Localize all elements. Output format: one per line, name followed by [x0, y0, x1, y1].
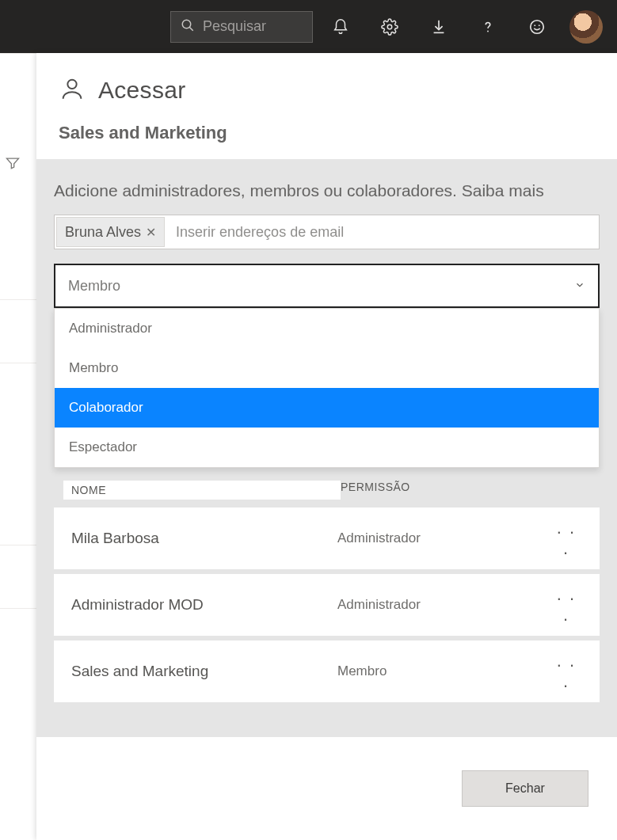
feedback-icon[interactable]	[516, 6, 558, 48]
role-option[interactable]: Membro	[55, 348, 599, 388]
member-row: Mila BarbosaAdministrador. . .	[54, 507, 600, 569]
chevron-down-icon	[574, 278, 585, 295]
svg-line-1	[189, 27, 193, 31]
chip-label: Bruna Alves	[65, 224, 141, 241]
filter-icon	[5, 155, 21, 174]
panel-footer: Fechar	[36, 737, 617, 840]
member-row: Administrador MODAdministrador. . .	[54, 574, 600, 636]
svg-point-7	[67, 80, 76, 89]
svg-point-5	[534, 25, 535, 26]
close-button[interactable]: Fechar	[462, 770, 588, 807]
search-icon	[181, 18, 195, 36]
svg-point-4	[531, 20, 544, 33]
table-header: NOME PERMISSÃO	[54, 481, 600, 500]
role-option[interactable]: Espectador	[55, 428, 599, 467]
more-icon[interactable]: . . .	[550, 518, 582, 559]
workspace-name: Sales and Marketing	[59, 123, 595, 143]
role-select-box[interactable]: Membro	[54, 264, 600, 308]
member-name: Sales and Marketing	[71, 663, 337, 680]
panel-header: Acessar Sales and Marketing	[36, 53, 617, 159]
member-permission: Membro	[337, 663, 550, 679]
svg-point-6	[539, 25, 540, 26]
person-chip: Bruna Alves ✕	[56, 217, 165, 247]
member-permission: Administrador	[337, 597, 550, 613]
member-list: Mila BarbosaAdministrador. . .Administra…	[54, 507, 600, 702]
column-name: NOME	[63, 481, 341, 500]
search-box[interactable]	[170, 11, 313, 43]
svg-point-2	[387, 25, 392, 29]
notifications-icon[interactable]	[319, 6, 362, 48]
role-select: Membro AdministradorMembroColaboradorEsp…	[54, 264, 600, 308]
access-panel: Acessar Sales and Marketing Adicione adm…	[36, 53, 617, 840]
member-row: Sales and MarketingMembro. . .	[54, 640, 600, 702]
member-name: Administrador MOD	[71, 596, 337, 614]
member-permission: Administrador	[337, 530, 550, 546]
chip-remove-icon[interactable]: ✕	[146, 225, 156, 240]
topbar	[0, 0, 617, 53]
avatar[interactable]	[569, 10, 603, 44]
settings-icon[interactable]	[368, 6, 411, 48]
column-permission: PERMISSÃO	[341, 481, 595, 500]
role-option[interactable]: Administrador	[55, 309, 599, 348]
help-icon[interactable]	[467, 6, 509, 48]
panel-body: Adicione administradores, membros ou col…	[36, 159, 617, 737]
email-input[interactable]	[166, 215, 599, 249]
download-icon[interactable]	[417, 6, 460, 48]
helper-text: Adicione administradores, membros ou col…	[54, 181, 600, 200]
role-dropdown: AdministradorMembroColaboradorEspectador	[54, 308, 600, 468]
more-icon[interactable]: . . .	[550, 584, 582, 625]
role-select-value: Membro	[68, 278, 120, 295]
svg-point-3	[487, 30, 489, 32]
left-rail	[0, 53, 36, 840]
role-option[interactable]: Colaborador	[55, 388, 599, 428]
person-icon	[59, 75, 86, 105]
member-name: Mila Barbosa	[71, 530, 337, 547]
svg-point-0	[182, 20, 191, 29]
page-title: Acessar	[98, 77, 185, 104]
people-input[interactable]: Bruna Alves ✕	[54, 215, 600, 249]
more-icon[interactable]: . . .	[550, 651, 582, 692]
